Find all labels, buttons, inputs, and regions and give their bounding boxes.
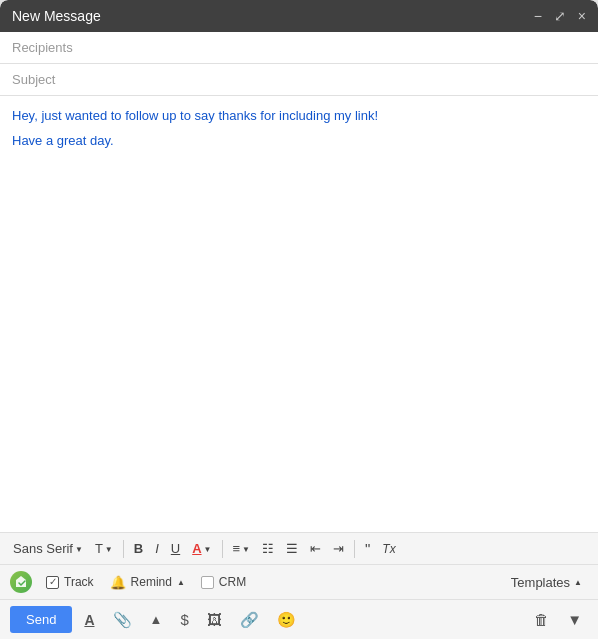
track-checkbox[interactable] — [46, 576, 59, 589]
blockquote-button[interactable]: " — [360, 538, 375, 559]
clear-formatting-button[interactable]: Tx — [377, 540, 400, 558]
window-title: New Message — [12, 8, 101, 24]
window-controls: − ⤢ × — [534, 9, 586, 23]
indent-button[interactable]: ⇥ — [328, 539, 349, 558]
trash-icon: 🗑 — [534, 611, 549, 628]
paperclip-icon: 📎 — [113, 611, 132, 629]
font-size-dropdown[interactable]: T ▼ — [90, 538, 118, 559]
subject-input[interactable] — [12, 72, 586, 87]
unordered-list-button[interactable]: ☰ — [281, 539, 303, 558]
more-options-button[interactable]: ▼ — [561, 608, 588, 631]
crm-label: CRM — [219, 575, 246, 589]
body-line1: Hey, just wanted to follow up to say tha… — [12, 106, 586, 127]
drive-icon: ▲ — [150, 612, 163, 627]
send-button[interactable]: Send — [10, 606, 72, 633]
underline-a-button[interactable]: A — [78, 609, 100, 631]
body-line2: Have a great day. — [12, 131, 586, 152]
fmt-sep-3 — [354, 540, 355, 558]
minimize-button[interactable]: − — [534, 9, 542, 23]
close-button[interactable]: × — [578, 9, 586, 23]
formatting-toolbar: Sans Serif ▼ T ▼ B I U A ▼ ≡ ▼ ☷ — [0, 532, 598, 564]
ordered-list-button[interactable]: ☷ — [257, 539, 279, 558]
bell-icon: 🔔 — [110, 575, 126, 590]
remind-item[interactable]: 🔔 Remind ▲ — [104, 573, 191, 592]
fmt-sep-1 — [123, 540, 124, 558]
emoji-icon: 🙂 — [277, 611, 296, 629]
compose-window: New Message − ⤢ × Hey, just wanted to fo… — [0, 0, 598, 639]
font-color-label: A — [192, 541, 201, 556]
fmt-sep-2 — [222, 540, 223, 558]
expand-button[interactable]: ⤢ — [554, 9, 566, 23]
italic-button[interactable]: I — [150, 539, 164, 558]
track-item[interactable]: Track — [40, 573, 100, 591]
font-family-dropdown[interactable]: Sans Serif ▼ — [8, 538, 88, 559]
font-family-label: Sans Serif — [13, 541, 73, 556]
attach-button[interactable]: 📎 — [107, 608, 138, 632]
ordered-list-icon: ☷ — [262, 542, 274, 555]
remind-label: Remind — [131, 575, 172, 589]
templates-label: Templates — [511, 575, 570, 590]
track-label: Track — [64, 575, 94, 589]
link-button[interactable]: 🔗 — [234, 608, 265, 632]
clear-formatting-label: Tx — [382, 543, 395, 555]
font-size-label: T — [95, 541, 103, 556]
outdent-button[interactable]: ⇤ — [305, 539, 326, 558]
crm-checkbox[interactable] — [201, 576, 214, 589]
link-icon: 🔗 — [240, 611, 259, 629]
templates-chevron: ▲ — [574, 578, 582, 587]
subject-row — [0, 64, 598, 96]
emoji-button[interactable]: 🙂 — [271, 608, 302, 632]
photo-icon: 🖼 — [207, 611, 222, 628]
delete-button[interactable]: 🗑 — [528, 608, 555, 631]
title-bar: New Message − ⤢ × — [0, 0, 598, 32]
chevron-down-icon: ▼ — [567, 611, 582, 628]
recipients-row — [0, 32, 598, 64]
font-size-chevron: ▼ — [105, 545, 113, 554]
blockquote-icon: " — [365, 541, 370, 556]
remind-chevron: ▲ — [177, 578, 185, 587]
yesware-logo-icon — [14, 575, 28, 589]
templates-button[interactable]: Templates ▲ — [505, 572, 588, 593]
plugin-toolbar: Track 🔔 Remind ▲ CRM Templates ▲ — [0, 564, 598, 599]
dollar-icon: $ — [180, 611, 188, 628]
crm-item[interactable]: CRM — [195, 573, 252, 591]
underline-button[interactable]: U — [166, 539, 185, 558]
recipients-input[interactable] — [12, 40, 586, 55]
bold-button[interactable]: B — [129, 539, 148, 558]
underline-a-icon: A — [84, 612, 94, 628]
align-chevron: ▼ — [242, 545, 250, 554]
font-color-dropdown[interactable]: A ▼ — [187, 538, 216, 559]
align-label: ≡ — [233, 541, 241, 556]
align-dropdown[interactable]: ≡ ▼ — [228, 538, 256, 559]
outdent-icon: ⇤ — [310, 542, 321, 555]
drive-button[interactable]: ▲ — [144, 609, 169, 630]
indent-icon: ⇥ — [333, 542, 344, 555]
font-family-chevron: ▼ — [75, 545, 83, 554]
body-area[interactable]: Hey, just wanted to follow up to say tha… — [0, 96, 598, 532]
yesware-logo[interactable] — [10, 571, 32, 593]
photo-button[interactable]: 🖼 — [201, 608, 228, 631]
dollar-button[interactable]: $ — [174, 608, 194, 631]
bottom-toolbar: Send A 📎 ▲ $ 🖼 🔗 🙂 🗑 ▼ — [0, 599, 598, 639]
font-color-chevron: ▼ — [204, 545, 212, 554]
unordered-list-icon: ☰ — [286, 542, 298, 555]
